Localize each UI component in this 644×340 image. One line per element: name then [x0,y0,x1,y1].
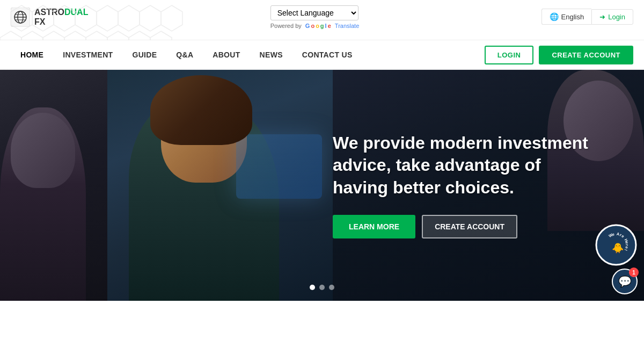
auth-area: 🌐 English ➜ Login [541,5,633,25]
slide-dot-2[interactable] [319,285,325,290]
chat-widget: W e A r e H e r e ! 🐥 💬 1 [595,223,638,294]
nav-about[interactable]: ABOUT [203,40,250,70]
nav-login-button[interactable]: LOGIN [485,46,534,64]
globe-icon: 🌐 [550,12,559,21]
nav-guide[interactable]: GUIDE [122,40,166,70]
powered-by-label: Powered by Google Translate [270,23,360,29]
nav-create-account-button[interactable]: CREATE ACCOUNT [539,46,633,64]
login-link[interactable]: ➜ Login [591,9,633,25]
language-select[interactable]: Select Language English Spanish French [270,5,358,20]
nav-buttons: LOGIN CREATE ACCOUNT [485,46,633,64]
learn-more-button[interactable]: LEARN MORE [333,215,415,238]
english-button[interactable]: 🌐 English [541,9,592,25]
brand-name: ASTRODUAL FX [34,8,88,26]
hero-section: We provide modern investment advice, tak… [0,70,644,301]
we-are-here-circle: W e A r e H e r e ! 🐥 [595,223,638,266]
slide-dots [310,285,334,290]
hero-content: We provide modern investment advice, tak… [0,70,644,301]
nav-qa[interactable]: Q&A [166,40,203,70]
chat-icon: 💬 [618,275,632,288]
navbar: HOME INVESTMENT GUIDE Q&A ABOUT NEWS CON… [0,40,644,70]
slide-dot-3[interactable] [329,285,334,290]
english-label: English [561,13,584,21]
nav-contact[interactable]: CONTACT US [292,40,362,70]
globe-logo-icon [11,8,30,27]
hero-text-block: We provide modern investment advice, tak… [333,132,590,239]
notification-badge: 1 [629,267,639,277]
nav-investment[interactable]: INVESTMENT [53,40,122,70]
nav-links: HOME INVESTMENT GUIDE Q&A ABOUT NEWS CON… [11,40,485,70]
login-arrow-icon: ➜ [599,13,605,21]
language-selector-area: Select Language English Spanish French P… [270,5,360,29]
hero-buttons: LEARN MORE CREATE ACCOUNT [333,215,590,238]
hero-create-account-button[interactable]: CREATE ACCOUNT [422,215,517,238]
svg-text:🐥: 🐥 [612,242,624,254]
slide-dot-1[interactable] [310,285,315,290]
hero-title: We provide modern investment advice, tak… [333,132,590,199]
woman-hair [150,75,252,145]
logo[interactable]: ASTRODUAL FX [11,5,88,27]
nav-home[interactable]: HOME [11,40,53,70]
nav-news[interactable]: NEWS [250,40,292,70]
login-label: Login [608,13,625,21]
we-are-here-badge: W e A r e H e r e ! 🐥 [595,223,638,266]
